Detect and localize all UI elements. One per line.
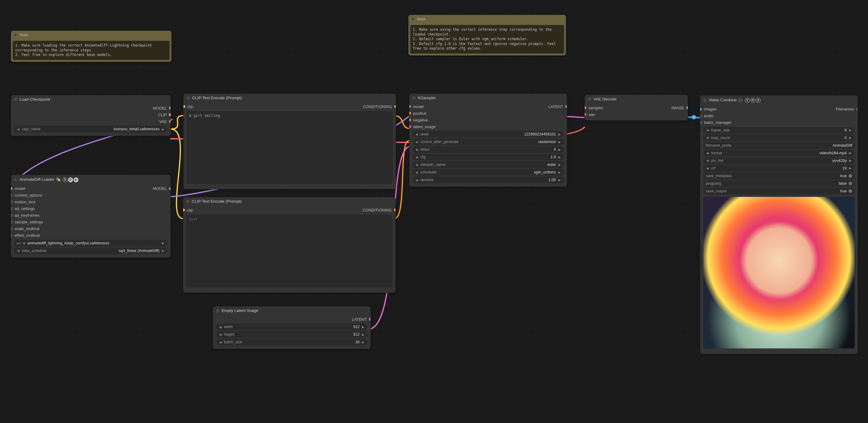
port-image-out[interactable] bbox=[686, 106, 688, 109]
port-batch-manager-in[interactable] bbox=[700, 121, 702, 124]
arrow-left-icon[interactable]: ◀ bbox=[706, 129, 709, 132]
widget-scheduler[interactable]: ◀schedulersgm_uniform▶ bbox=[412, 169, 564, 176]
arrow-left-icon[interactable]: ◀ bbox=[17, 128, 20, 131]
node-clip-encode-negative[interactable]: CLIP Text Encode (Prompt) clip CONDITION… bbox=[183, 197, 396, 293]
port-conditioning-out[interactable] bbox=[394, 208, 396, 212]
collapse-dot[interactable] bbox=[14, 178, 17, 181]
port-samples-in[interactable] bbox=[584, 106, 586, 109]
port-model-out[interactable] bbox=[169, 107, 171, 110]
collapse-dot[interactable] bbox=[186, 200, 189, 203]
collapse-dot[interactable] bbox=[588, 98, 591, 101]
arrow-right-icon[interactable]: ▶ bbox=[848, 136, 852, 139]
collapse-dot[interactable] bbox=[14, 33, 17, 36]
widget-model-name[interactable]: ani ◀ model_nameanimatediff_lightning_4s… bbox=[14, 240, 167, 247]
arrow-right-icon[interactable]: ▶ bbox=[558, 156, 561, 159]
collapse-dot[interactable] bbox=[703, 98, 706, 102]
widget-control-after-generate[interactable]: ◀control_after_generaterandomize▶ bbox=[412, 138, 564, 145]
arrow-right-icon[interactable]: ▶ bbox=[848, 151, 852, 154]
collapse-dot[interactable] bbox=[412, 96, 415, 100]
port-latent-image-in[interactable] bbox=[409, 125, 411, 128]
widget-batch-size[interactable]: ◀batch_size16▶ bbox=[216, 339, 367, 345]
prompt-text[interactable]: A girl smiling bbox=[187, 111, 393, 184]
arrow-right-icon[interactable]: ▶ bbox=[161, 249, 165, 252]
widget-seed[interactable]: ◀seed121690224458101▶ bbox=[412, 131, 564, 138]
widget-cfg[interactable]: ◀cfg1.0▶ bbox=[412, 154, 564, 160]
widget-filename-prefix[interactable]: filename_prefixAnimateDiff bbox=[703, 142, 855, 149]
port-negative-in[interactable] bbox=[409, 118, 411, 121]
arrow-left-icon[interactable]: ◀ bbox=[706, 166, 709, 170]
arrow-right-icon[interactable]: ▶ bbox=[558, 163, 561, 166]
arrow-left-icon[interactable]: ◀ bbox=[415, 148, 418, 151]
node-empty-latent-image[interactable]: Empty Latent Image LATENT ◀width512▶ ◀he… bbox=[213, 306, 371, 349]
port-filenames-out[interactable] bbox=[856, 108, 858, 111]
node-note-1[interactable]: Note 1. Make sure loading the correct An… bbox=[11, 30, 172, 62]
arrow-left-icon[interactable]: ◀ bbox=[706, 136, 709, 139]
arrow-right-icon[interactable]: ▶ bbox=[161, 241, 165, 245]
arrow-right-icon[interactable]: ▶ bbox=[848, 166, 852, 170]
port-clip-out[interactable] bbox=[169, 113, 171, 116]
arrow-right-icon[interactable]: ▶ bbox=[361, 341, 365, 344]
arrow-left-icon[interactable]: ◀ bbox=[22, 241, 26, 245]
arrow-left-icon[interactable]: ◀ bbox=[415, 171, 418, 174]
widget-loop-count[interactable]: ◀loop_count0▶ bbox=[703, 135, 855, 141]
arrow-right-icon[interactable]: ▶ bbox=[558, 140, 561, 144]
arrow-right-icon[interactable]: ▶ bbox=[848, 129, 852, 132]
arrow-left-icon[interactable]: ◀ bbox=[219, 333, 222, 336]
widget-pix-fmt[interactable]: ◀pix_fmtyuv420p▶ bbox=[703, 157, 855, 164]
port-vae-out[interactable] bbox=[169, 120, 171, 123]
video-preview[interactable] bbox=[703, 197, 855, 348]
widget-save-metadata[interactable]: save_metadatatrue bbox=[703, 173, 855, 179]
arrow-left-icon[interactable]: ◀ bbox=[706, 151, 709, 154]
arrow-right-icon[interactable]: ▶ bbox=[558, 133, 561, 136]
port-vae-in[interactable] bbox=[584, 113, 586, 116]
widget-crf[interactable]: ◀crf19▶ bbox=[703, 165, 855, 172]
widget-format[interactable]: ◀formatvideo/h264-mp4▶ bbox=[703, 150, 855, 157]
port-latent-out[interactable] bbox=[565, 105, 567, 108]
collapse-dot[interactable] bbox=[411, 18, 414, 21]
port-scale-multival-in[interactable] bbox=[11, 227, 12, 230]
node-note-2[interactable]: Note 1. Make sure using the correct infe… bbox=[408, 15, 566, 56]
arrow-left-icon[interactable]: ◀ bbox=[415, 156, 418, 159]
arrow-right-icon[interactable]: ▶ bbox=[558, 148, 561, 151]
arrow-right-icon[interactable]: ▶ bbox=[361, 325, 365, 329]
widget-beta-schedule[interactable]: ◀ beta_schedulesqrt_linear (AnimateDiff)… bbox=[14, 247, 167, 254]
port-clip-in[interactable] bbox=[183, 105, 185, 108]
collapse-dot[interactable] bbox=[187, 96, 190, 100]
arrow-right-icon[interactable]: ▶ bbox=[558, 178, 561, 182]
port-audio-in[interactable] bbox=[700, 114, 702, 117]
port-model-in[interactable] bbox=[11, 187, 12, 190]
port-images-in[interactable] bbox=[700, 108, 702, 111]
widget-pingpong[interactable]: pingpongfalse bbox=[703, 180, 855, 187]
arrow-left-icon[interactable]: ◀ bbox=[219, 341, 222, 344]
widget-width[interactable]: ◀width512▶ bbox=[216, 323, 367, 330]
arrow-right-icon[interactable]: ▶ bbox=[558, 171, 561, 174]
port-context-options-in[interactable] bbox=[11, 194, 12, 197]
node-clip-encode-positive[interactable]: CLIP Text Encode (Prompt) clip CONDITION… bbox=[183, 93, 396, 189]
port-latent-out[interactable] bbox=[369, 318, 371, 321]
arrow-right-icon[interactable]: ▶ bbox=[848, 159, 852, 162]
widget-denoise[interactable]: ◀denoise1.00▶ bbox=[412, 176, 564, 183]
arrow-left-icon[interactable]: ◀ bbox=[219, 325, 222, 329]
note-text[interactable]: 1. Make sure loading the correct Animate… bbox=[13, 41, 169, 60]
widget-sampler-name[interactable]: ◀sampler_nameeuler▶ bbox=[412, 161, 564, 168]
node-ksampler[interactable]: KSampler model LATENT positive negative … bbox=[409, 93, 567, 187]
port-ad-settings-in[interactable] bbox=[11, 207, 12, 210]
port-model-in[interactable] bbox=[409, 105, 411, 108]
port-sample-settings-in[interactable] bbox=[11, 221, 12, 224]
port-motion-lora-in[interactable] bbox=[11, 201, 12, 204]
note-text[interactable]: 1. Make sure using the correct inference… bbox=[410, 25, 564, 54]
node-vae-decode[interactable]: VAE Decode samples IMAGE vae bbox=[584, 95, 688, 120]
collapse-dot[interactable] bbox=[216, 309, 219, 312]
arrow-left-icon[interactable]: ◀ bbox=[415, 178, 418, 182]
node-video-combine[interactable]: Video Combine 🎥 VHS images Filenames aud… bbox=[700, 95, 858, 354]
node-load-checkpoint[interactable]: Load Checkpoint MODEL CLIP VAE ◀ ckpt_na… bbox=[11, 95, 171, 136]
arrow-left-icon[interactable]: ◀ bbox=[17, 249, 20, 252]
widget-save-output[interactable]: save_outputtrue bbox=[703, 188, 855, 194]
arrow-left-icon[interactable]: ◀ bbox=[415, 163, 418, 166]
reroute-handle[interactable] bbox=[692, 115, 696, 119]
arrow-left-icon[interactable]: ◀ bbox=[415, 133, 418, 136]
widget-frame-rate[interactable]: ◀frame_rate8▶ bbox=[703, 127, 855, 134]
widget-ckpt-name[interactable]: ◀ ckpt_nametoonyou_beta6.safetensors ▶ bbox=[14, 126, 167, 132]
arrow-left-icon[interactable]: ◀ bbox=[415, 140, 418, 144]
port-conditioning-out[interactable] bbox=[394, 105, 396, 108]
